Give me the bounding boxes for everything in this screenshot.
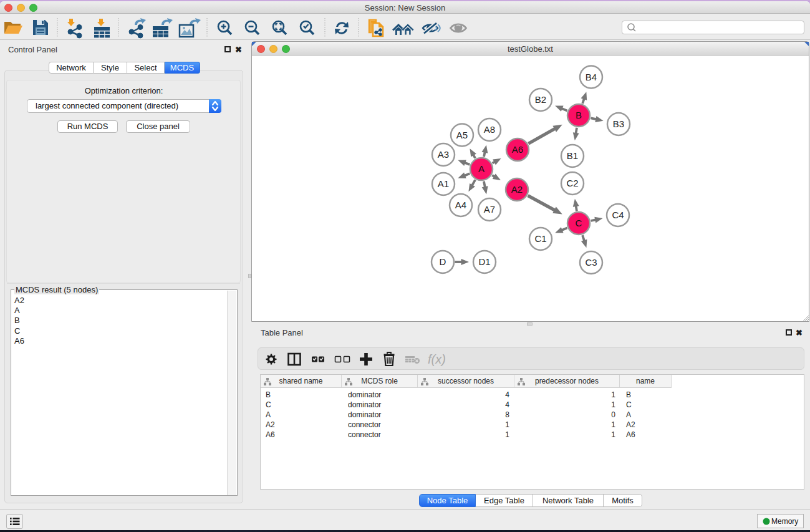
svg-text:B1: B1: [567, 150, 578, 161]
svg-text:D1: D1: [478, 256, 490, 267]
svg-text:C3: C3: [585, 257, 597, 268]
svg-text:A: A: [478, 163, 485, 174]
svg-text:A4: A4: [455, 200, 466, 210]
svg-text:C4: C4: [612, 210, 624, 220]
svg-text:A5: A5: [456, 130, 468, 140]
svg-text:A3: A3: [438, 149, 449, 160]
svg-text:A8: A8: [484, 124, 495, 135]
svg-text:B4: B4: [586, 72, 597, 82]
svg-text:C1: C1: [534, 233, 546, 244]
svg-text:D: D: [440, 256, 446, 267]
svg-text:A6: A6: [512, 144, 523, 155]
svg-text:A2: A2: [511, 184, 523, 195]
svg-text:C2: C2: [566, 178, 578, 188]
svg-text:B2: B2: [535, 94, 546, 105]
svg-text:A1: A1: [438, 178, 449, 189]
svg-text:A7: A7: [484, 204, 495, 215]
svg-text:f(x): f(x): [428, 352, 446, 366]
svg-text:B3: B3: [613, 118, 624, 129]
svg-text:B: B: [576, 110, 582, 120]
svg-text:C: C: [576, 218, 582, 228]
